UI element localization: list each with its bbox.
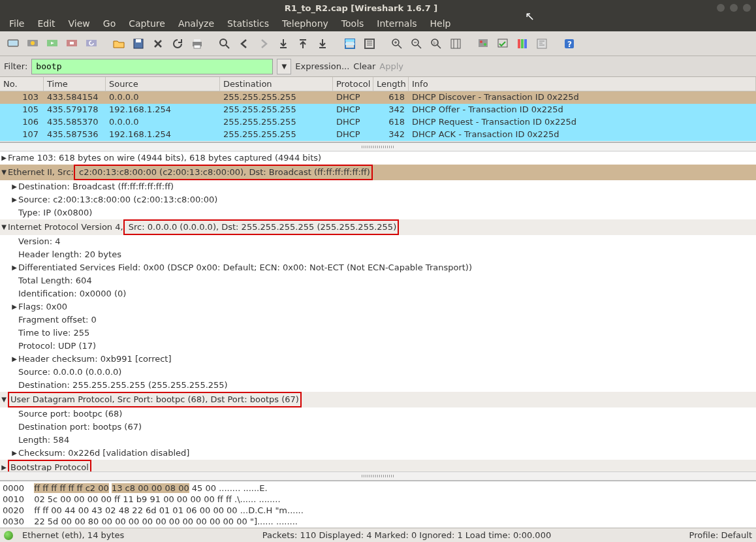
status-profile[interactable]: Profile: Default bbox=[689, 530, 752, 540]
tree-ip-ver[interactable]: Version: 4 bbox=[0, 235, 756, 248]
colorize-icon[interactable] bbox=[341, 35, 359, 53]
preferences-icon[interactable] bbox=[533, 35, 551, 53]
menu-tools[interactable]: Tools bbox=[336, 17, 370, 30]
open-file-icon[interactable] bbox=[110, 35, 128, 53]
interfaces-icon[interactable] bbox=[4, 35, 22, 53]
tree-udp-len[interactable]: Length: 584 bbox=[0, 434, 756, 447]
pane-splitter-2[interactable] bbox=[0, 471, 756, 481]
tree-udp-sp[interactable]: Source port: bootpc (68) bbox=[0, 407, 756, 421]
capture-stop-icon[interactable] bbox=[63, 35, 81, 53]
find-icon[interactable] bbox=[215, 35, 234, 53]
go-first-icon[interactable] bbox=[294, 35, 312, 53]
menu-help[interactable]: Help bbox=[425, 17, 456, 30]
go-forward-icon[interactable] bbox=[255, 35, 273, 53]
col-info[interactable]: Info bbox=[409, 77, 756, 91]
capture-start-icon[interactable] bbox=[43, 35, 61, 53]
svg-rect-20 bbox=[365, 39, 374, 48]
print-icon[interactable] bbox=[188, 35, 206, 53]
svg-rect-33 bbox=[537, 39, 546, 48]
capture-options-icon[interactable] bbox=[24, 35, 42, 53]
tree-bootp[interactable]: ▶Bootstrap Protocol bbox=[0, 460, 756, 471]
col-src[interactable]: Source bbox=[106, 77, 220, 91]
zoom-out-icon[interactable] bbox=[407, 35, 426, 53]
menu-file[interactable]: File bbox=[4, 17, 29, 30]
tree-ip-frag[interactable]: Fragment offset: 0 bbox=[0, 313, 756, 327]
tree-ip-dstaddr[interactable]: Destination: 255.255.255.255 (255.255.25… bbox=[0, 379, 756, 392]
auto-scroll-icon[interactable] bbox=[360, 35, 379, 53]
menu-analyze[interactable]: Analyze bbox=[173, 17, 219, 30]
resize-columns-icon[interactable] bbox=[447, 35, 465, 53]
tree-ip-dsf[interactable]: ▶Differentiated Services Field: 0x00 (DS… bbox=[0, 261, 756, 274]
maximize-button[interactable] bbox=[730, 4, 738, 12]
tree-udp-dp[interactable]: Destination port: bootps (67) bbox=[0, 421, 756, 434]
tree-eth-type[interactable]: Type: IP (0x0800) bbox=[0, 206, 756, 219]
tree-frame[interactable]: ▶Frame 103: 618 bytes on wire (4944 bits… bbox=[0, 151, 756, 165]
pane-splitter[interactable] bbox=[0, 142, 756, 151]
zoom-in-icon[interactable] bbox=[388, 35, 406, 53]
close-button[interactable] bbox=[743, 4, 751, 12]
col-no[interactable]: No. bbox=[0, 77, 44, 91]
svg-rect-11 bbox=[194, 39, 200, 42]
capture-restart-icon[interactable] bbox=[82, 35, 101, 53]
tree-ip[interactable]: ▼Internet Protocol Version 4, Src: 0.0.0… bbox=[0, 219, 756, 235]
menubar: File Edit View Go Capture Analyze Statis… bbox=[0, 16, 756, 31]
tree-ip-id[interactable]: Identification: 0x0000 (0) bbox=[0, 287, 756, 300]
tree-ip-chk[interactable]: ▶Header checksum: 0xb991 [correct] bbox=[0, 353, 756, 366]
col-len[interactable]: Length bbox=[373, 77, 409, 91]
menu-statistics[interactable]: Statistics bbox=[222, 17, 274, 30]
menu-internals[interactable]: Internals bbox=[371, 17, 422, 30]
capture-filters-icon[interactable] bbox=[474, 35, 492, 53]
tree-ethernet[interactable]: ▼Ethernet II, Src: c2:00:13:c8:00:00 (c2… bbox=[0, 165, 756, 180]
filter-expression-button[interactable]: Expression... bbox=[295, 61, 349, 71]
svg-rect-9 bbox=[136, 39, 141, 42]
packet-row[interactable]: 107435.587536192.168.1.254255.255.255.25… bbox=[0, 129, 756, 141]
svg-rect-16 bbox=[319, 47, 326, 48]
tree-ip-hlen[interactable]: Header length: 20 bytes bbox=[0, 248, 756, 261]
close-file-icon[interactable] bbox=[149, 35, 167, 53]
goto-packet-icon[interactable] bbox=[274, 35, 292, 53]
packet-row[interactable]: 106435.5853700.0.0.0255.255.255.255DHCP6… bbox=[0, 116, 756, 129]
col-time[interactable]: Time bbox=[44, 77, 106, 91]
svg-rect-31 bbox=[521, 39, 524, 48]
tree-ip-srcaddr[interactable]: Source: 0.0.0.0 (0.0.0.0) bbox=[0, 366, 756, 379]
filter-clear-button[interactable]: Clear bbox=[353, 61, 375, 71]
col-dst[interactable]: Destination bbox=[220, 77, 333, 91]
menu-view[interactable]: View bbox=[63, 17, 95, 30]
tree-eth-dst[interactable]: ▶Destination: Broadcast (ff:ff:ff:ff:ff:… bbox=[0, 180, 756, 193]
window-title: R1_to_R2.cap [Wireshark 1.6.7 ] bbox=[5, 3, 717, 13]
minimize-button[interactable] bbox=[717, 4, 725, 12]
col-proto[interactable]: Protocol bbox=[333, 77, 373, 91]
svg-point-28 bbox=[484, 43, 486, 46]
tree-ip-flags[interactable]: ▶Flags: 0x00 bbox=[0, 300, 756, 313]
menu-edit[interactable]: Edit bbox=[32, 17, 60, 30]
menu-go[interactable]: Go bbox=[98, 17, 121, 30]
help-icon[interactable]: ? bbox=[560, 35, 578, 53]
tree-eth-src[interactable]: ▶Source: c2:00:13:c8:00:00 (c2:00:13:c8:… bbox=[0, 193, 756, 206]
filter-input[interactable] bbox=[31, 59, 273, 74]
go-last-icon[interactable] bbox=[313, 35, 332, 53]
expert-info-icon[interactable] bbox=[4, 531, 13, 540]
tree-ip-ttl[interactable]: Time to live: 255 bbox=[0, 327, 756, 340]
packet-row[interactable]: 105435.579178192.168.1.254255.255.255.25… bbox=[0, 104, 756, 116]
display-filters-icon[interactable] bbox=[494, 35, 512, 53]
packet-details[interactable]: ▶Frame 103: 618 bytes on wire (4944 bits… bbox=[0, 151, 756, 471]
toolbar: 1:1 ? bbox=[0, 31, 756, 56]
menu-capture[interactable]: Capture bbox=[123, 17, 170, 30]
tree-udp-chk[interactable]: ▶Checksum: 0x226d [validation disabled] bbox=[0, 447, 756, 460]
tree-ip-tlen[interactable]: Total Length: 604 bbox=[0, 274, 756, 287]
coloring-rules-icon[interactable] bbox=[513, 35, 531, 53]
statusbar: Ethernet (eth), 14 bytes Packets: 110 Di… bbox=[0, 528, 756, 542]
tree-ip-proto[interactable]: Protocol: UDP (17) bbox=[0, 340, 756, 353]
go-back-icon[interactable] bbox=[235, 35, 253, 53]
reload-icon[interactable] bbox=[168, 35, 187, 53]
filter-dropdown-icon[interactable]: ▼ bbox=[277, 59, 291, 74]
filter-apply-button[interactable]: Apply bbox=[379, 61, 403, 71]
zoom-reset-icon[interactable]: 1:1 bbox=[427, 35, 445, 53]
hex-view[interactable]: 0000 ff ff ff ff ff ff c2 00 13 c8 00 00… bbox=[0, 481, 756, 528]
packet-row[interactable]: 103433.5841540.0.0.0255.255.255.255DHCP6… bbox=[0, 91, 756, 104]
filter-label: Filter: bbox=[4, 61, 27, 71]
save-icon[interactable] bbox=[129, 35, 148, 53]
tree-udp[interactable]: ▼User Datagram Protocol, Src Port: bootp… bbox=[0, 392, 756, 407]
packet-list[interactable]: No. Time Source Destination Protocol Len… bbox=[0, 77, 756, 142]
menu-telephony[interactable]: Telephony bbox=[277, 17, 334, 30]
